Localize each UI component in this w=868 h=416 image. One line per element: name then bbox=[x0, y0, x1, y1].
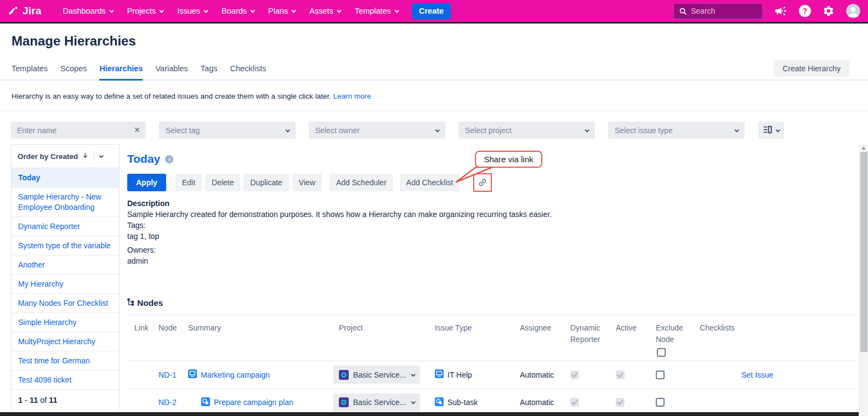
add-checklist-button[interactable]: Add Checklist bbox=[400, 174, 460, 191]
create-button[interactable]: Create bbox=[412, 3, 451, 19]
nav-menu-boards[interactable]: Boards bbox=[214, 0, 261, 22]
chevron-down-icon bbox=[411, 372, 415, 377]
tags-label: Tags: bbox=[127, 220, 855, 231]
owner-filter-select[interactable]: Select owner bbox=[309, 122, 445, 139]
tab-checklists[interactable]: Checklists bbox=[230, 64, 266, 79]
col-issue-type: Issue Type bbox=[435, 322, 520, 357]
sidebar-item-test-time[interactable]: Test time for German bbox=[12, 351, 119, 371]
sidebar-item-test-4098[interactable]: Test 4098 ticket bbox=[12, 371, 119, 390]
bottom-strip bbox=[0, 412, 859, 416]
sidebar-item-my-hierarchy[interactable]: My Hierarchy bbox=[12, 275, 119, 294]
nav-menu-plans[interactable]: Plans bbox=[261, 0, 302, 22]
nodes-table-header: Link Node Summary Project Issue Type Ass… bbox=[127, 315, 855, 361]
project-select[interactable]: Basic Service... bbox=[333, 366, 420, 384]
nodes-title: Nodes bbox=[137, 298, 163, 308]
description-text: Sample Hierarchy created for demonstrati… bbox=[127, 209, 855, 220]
gear-icon[interactable] bbox=[822, 5, 835, 17]
view-toggle-button[interactable] bbox=[758, 122, 784, 139]
set-issue-link[interactable]: Set Issue bbox=[741, 371, 773, 379]
sidebar-item-sample-hierarchy[interactable]: Sample Hierarchy - New Employee Onboardi… bbox=[12, 187, 119, 217]
summary-link[interactable]: Prepare campaign plan bbox=[214, 398, 293, 407]
filter-bar: ✕ Select tag Select owner Select project… bbox=[11, 122, 784, 139]
chevron-down-icon bbox=[394, 8, 399, 13]
assignee-value: Automatic bbox=[520, 371, 570, 379]
tab-scopes[interactable]: Scopes bbox=[60, 64, 87, 79]
name-filter-input[interactable] bbox=[11, 122, 146, 139]
clear-icon[interactable]: ✕ bbox=[134, 126, 140, 134]
tag-filter-select[interactable]: Select tag bbox=[159, 122, 296, 139]
nav-menu-issues[interactable]: Issues bbox=[170, 0, 214, 22]
nav-menu-projects[interactable]: Projects bbox=[120, 0, 170, 22]
issue-type-filter-select[interactable]: Select issue type bbox=[608, 122, 745, 139]
navbar-right: ? bbox=[673, 3, 860, 19]
search-input[interactable] bbox=[691, 7, 757, 15]
col-project: Project bbox=[339, 322, 435, 357]
tab-hierarchies[interactable]: Hierarchies bbox=[99, 64, 143, 79]
learn-more-link[interactable]: Learn more bbox=[333, 92, 371, 100]
nav-menu-templates[interactable]: Templates bbox=[348, 0, 405, 22]
intro-line: Hierarchy is an easy way to define a set… bbox=[12, 92, 371, 100]
col-dynamic-reporter: Dynamic Reporter bbox=[570, 322, 616, 357]
sidebar-item-multyproject[interactable]: MultyProject Hierarchy bbox=[12, 332, 119, 351]
dynamic-reporter-checkbox bbox=[570, 371, 579, 379]
chevron-down-icon bbox=[204, 8, 208, 13]
edit-button[interactable]: Edit bbox=[175, 174, 202, 191]
sidebar-item-system-type[interactable]: System type of the variable bbox=[12, 236, 119, 255]
tab-variables[interactable]: Variables bbox=[155, 64, 188, 79]
megaphone-icon[interactable] bbox=[774, 4, 787, 18]
delete-button[interactable]: Delete bbox=[205, 174, 240, 191]
help-icon[interactable]: ? bbox=[799, 5, 811, 17]
jira-logo-icon bbox=[8, 5, 19, 17]
duplicate-button[interactable]: Duplicate bbox=[243, 174, 288, 191]
search-icon bbox=[679, 7, 687, 15]
col-active: Active bbox=[616, 322, 656, 357]
node-link[interactable]: ND-1 bbox=[158, 371, 177, 379]
avatar[interactable] bbox=[846, 4, 860, 18]
header-exclude-checkbox[interactable] bbox=[657, 348, 666, 357]
exclude-node-checkbox[interactable] bbox=[656, 371, 665, 379]
tab-bar: Templates Scopes Hierarchies Variables T… bbox=[0, 64, 868, 81]
project-avatar-icon bbox=[339, 397, 349, 407]
project-avatar-icon bbox=[339, 370, 349, 380]
sort-desc-icon[interactable] bbox=[82, 152, 89, 161]
chevron-down-icon bbox=[775, 128, 780, 132]
global-search[interactable] bbox=[673, 3, 763, 19]
create-hierarchy-button[interactable]: Create Hierarchy bbox=[774, 60, 849, 77]
detail-panel: Today i Apply Edit Delete Duplicate View… bbox=[127, 144, 855, 416]
order-chevron-icon[interactable] bbox=[99, 153, 104, 158]
jira-logo[interactable]: Jira bbox=[8, 5, 42, 17]
vertical-scrollbar[interactable] bbox=[859, 144, 868, 416]
apply-button[interactable]: Apply bbox=[127, 174, 166, 191]
order-by-header[interactable]: Order by Created bbox=[12, 145, 119, 168]
chevron-down-icon bbox=[251, 8, 255, 13]
project-filter-select[interactable]: Select project bbox=[458, 122, 595, 139]
assignee-value: Automatic bbox=[520, 398, 570, 407]
sidebar-item-today[interactable]: Today bbox=[12, 168, 119, 187]
col-link: Link bbox=[134, 322, 158, 357]
active-checkbox bbox=[616, 371, 625, 379]
scroll-up-icon[interactable] bbox=[861, 146, 866, 150]
sidebar-item-simple-hierarchy[interactable]: Simple Hierarchy bbox=[12, 313, 119, 332]
exclude-node-checkbox[interactable] bbox=[656, 398, 665, 407]
description-block: Description Sample Hierarchy created for… bbox=[127, 198, 855, 266]
nav-menu-assets[interactable]: Assets bbox=[302, 0, 348, 22]
sidebar-item-dynamic-reporter[interactable]: Dynamic Reporter bbox=[12, 217, 119, 236]
scrollbar-thumb[interactable] bbox=[860, 152, 867, 352]
node-link[interactable]: ND-2 bbox=[158, 398, 177, 407]
summary-link[interactable]: Marketing campaign bbox=[201, 371, 270, 379]
it-help-icon bbox=[435, 369, 444, 380]
chevron-down-icon bbox=[109, 8, 114, 13]
nodes-icon bbox=[127, 298, 134, 308]
project-select[interactable]: Basic Service... bbox=[333, 394, 420, 412]
sidebar-item-many-nodes[interactable]: Many Nodes For Checklist bbox=[12, 294, 119, 313]
main-nav: Dashboards Projects Issues Boards Plans … bbox=[56, 0, 405, 22]
info-icon[interactable]: i bbox=[165, 155, 173, 163]
view-button[interactable]: View bbox=[292, 174, 322, 191]
nav-menu-dashboards[interactable]: Dashboards bbox=[56, 0, 120, 22]
sidebar-item-another[interactable]: Another bbox=[12, 255, 119, 275]
list-detail-view-icon bbox=[763, 126, 772, 135]
col-checklists: Checklists bbox=[700, 322, 855, 357]
add-scheduler-button[interactable]: Add Scheduler bbox=[330, 174, 393, 191]
tab-templates[interactable]: Templates bbox=[12, 64, 48, 79]
tab-tags[interactable]: Tags bbox=[201, 64, 218, 79]
